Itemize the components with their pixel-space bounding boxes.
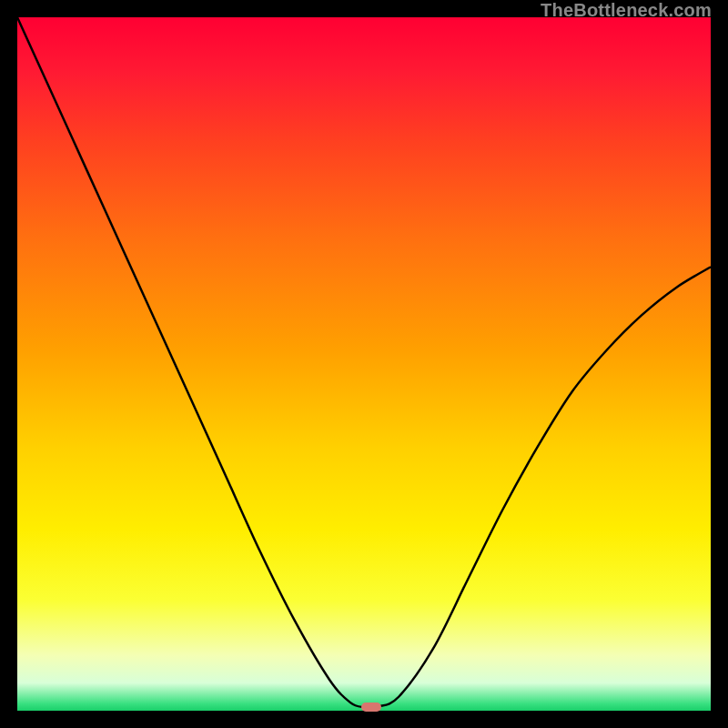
bottleneck-curve (17, 17, 711, 711)
optimum-marker (361, 703, 381, 712)
